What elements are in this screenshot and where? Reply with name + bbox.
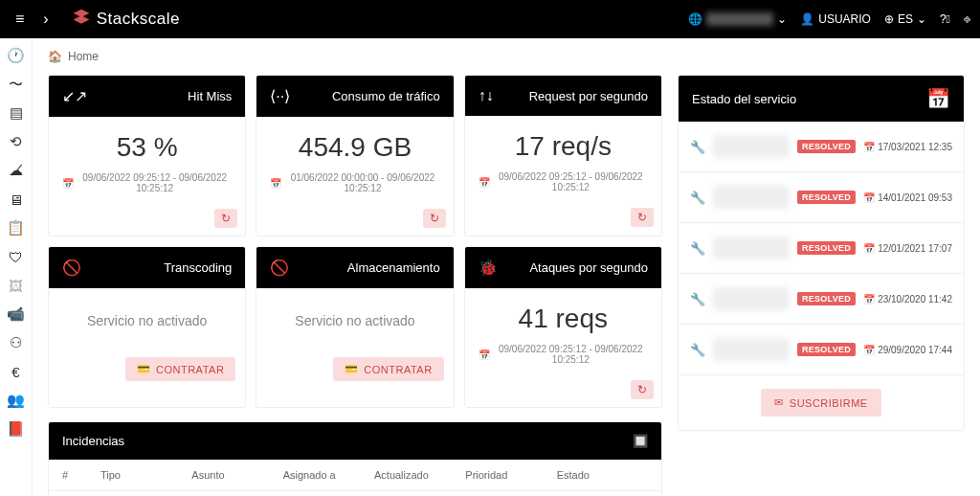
no-service-text: Servicio no activado bbox=[270, 313, 439, 328]
col-actualizado: Actualizado bbox=[374, 469, 465, 481]
sidebar-item-docs[interactable]: 📕 bbox=[7, 419, 26, 439]
status-text-blurred bbox=[713, 135, 790, 158]
sidebar-item-image[interactable]: 🖼 bbox=[7, 276, 26, 295]
col-estado: Estado bbox=[557, 469, 648, 481]
sidebar-item-clock[interactable]: 🕐 bbox=[7, 46, 26, 65]
status-date: 📅 29/09/2020 17:44 bbox=[863, 345, 952, 355]
lang-label: ES bbox=[898, 12, 913, 26]
card-range: 📅 09/06/2022 09:25:12 - 09/06/2022 10:25… bbox=[479, 171, 648, 192]
calendar-icon: 📅 bbox=[62, 178, 74, 189]
service-status-panel: Estado del servicio 📅 🔧 RESOLVED 📅 17/03… bbox=[678, 75, 965, 431]
bug-icon: 🐞 bbox=[479, 259, 498, 277]
sidebar-item-sync[interactable]: ⟲ bbox=[7, 132, 26, 151]
org-selector[interactable]: 🌐 ⌄ bbox=[688, 12, 787, 26]
breadcrumb: 🏠 Home bbox=[48, 50, 965, 63]
sidebar-item-server[interactable]: ▤ bbox=[7, 103, 26, 123]
status-item[interactable]: 🔧 RESOLVED 📅 17/03/2021 12:35 bbox=[679, 122, 964, 172]
chevron-down-icon: ⌄ bbox=[917, 12, 926, 26]
sidebar-item-users[interactable]: 👥 bbox=[7, 391, 26, 410]
globe-icon: ⊕ bbox=[884, 12, 894, 26]
card-value: 53 % bbox=[62, 132, 232, 163]
card-value: 17 req/s bbox=[479, 131, 648, 162]
refresh-button[interactable]: ↻ bbox=[423, 209, 446, 228]
status-text-blurred bbox=[713, 186, 790, 209]
status-text-blurred bbox=[713, 237, 790, 259]
breadcrumb-home[interactable]: Home bbox=[68, 50, 99, 63]
sidebar-item-analytics[interactable]: 〜 bbox=[7, 75, 26, 94]
incidencias-title: Incidencias bbox=[62, 434, 124, 448]
status-item[interactable]: 🔧 RESOLVED 📅 12/01/2021 17:07 bbox=[679, 223, 964, 274]
exit-icon: ⎆ bbox=[964, 12, 970, 26]
col-asignado: Asignado a bbox=[283, 469, 374, 481]
wrench-icon: 🔧 bbox=[690, 191, 705, 205]
prohibited-icon: 🚫 bbox=[270, 259, 289, 277]
calendar-icon: 📅 bbox=[270, 178, 281, 189]
resolved-badge: RESOLVED bbox=[797, 241, 856, 255]
col-prioridad: Prioridad bbox=[465, 469, 556, 481]
wrench-icon: 🔧 bbox=[690, 140, 705, 154]
calendar-icon: 📅 bbox=[479, 349, 490, 360]
mail-icon: ✉ bbox=[774, 396, 784, 409]
status-text-blurred bbox=[713, 287, 790, 310]
col-asunto: Asunto bbox=[191, 469, 282, 481]
sidebar-item-cloud-off[interactable]: ☁̸ bbox=[7, 161, 26, 180]
status-item[interactable]: 🔧 RESOLVED 📅 23/10/2020 11:42 bbox=[679, 274, 964, 325]
col-tipo: Tipo bbox=[100, 469, 191, 481]
incidencias-table-header: # Tipo Asunto Asignado a Actualizado Pri… bbox=[49, 460, 661, 491]
resolved-badge: RESOLVED bbox=[797, 140, 856, 153]
status-date: 📅 12/01/2021 17:07 bbox=[863, 243, 952, 254]
arrows-h-icon: ⟨∙∙⟩ bbox=[270, 87, 290, 105]
resolved-badge: RESOLVED bbox=[797, 191, 856, 204]
user-menu[interactable]: 👤 USUARIO bbox=[800, 12, 871, 26]
card-range: 📅 09/06/2022 09:25:12 - 09/06/2022 10:25… bbox=[62, 172, 232, 193]
card-range: 📅 01/06/2022 00:00:00 - 09/06/2022 10:25… bbox=[270, 172, 439, 193]
logout-button[interactable]: ⎆ bbox=[964, 12, 970, 26]
org-name-blurred bbox=[706, 12, 773, 26]
chevron-right-button[interactable]: › bbox=[37, 7, 54, 32]
refresh-button[interactable]: ↻ bbox=[214, 209, 237, 228]
user-icon: 👤 bbox=[800, 12, 814, 26]
card-title: Hit Miss bbox=[188, 89, 232, 103]
card-range: 📅 09/06/2022 09:25:12 - 09/06/2022 10:25… bbox=[479, 344, 648, 365]
card-icon: 💳 bbox=[345, 363, 359, 375]
card-storage: 🚫 Almacenamiento Servicio no activado 💳 … bbox=[256, 246, 454, 408]
resolved-badge: RESOLVED bbox=[797, 292, 856, 305]
topbar-right: 🌐 ⌄ 👤 USUARIO ⊕ ES ⌄ ?⃝ ⎆ bbox=[688, 12, 970, 26]
calendar-icon: 📅 bbox=[926, 87, 950, 110]
col-num: # bbox=[62, 469, 100, 481]
sidebar-item-billing[interactable]: € bbox=[7, 362, 26, 381]
card-title: Consumo de tráfico bbox=[332, 89, 440, 103]
card-transcoding: 🚫 Transcoding Servicio no activado 💳 CON… bbox=[48, 246, 246, 408]
sidebar-item-video[interactable]: 📹 bbox=[7, 304, 26, 324]
contract-button[interactable]: 💳 CONTRATAR bbox=[125, 357, 236, 381]
status-text-blurred bbox=[713, 338, 790, 361]
lang-selector[interactable]: ⊕ ES ⌄ bbox=[884, 12, 926, 26]
user-label: USUARIO bbox=[818, 12, 871, 26]
chevron-down-icon: ⌄ bbox=[777, 12, 787, 26]
refresh-button[interactable]: ↻ bbox=[631, 208, 654, 227]
card-value: 454.9 GB bbox=[270, 132, 439, 163]
wrench-icon: 🔧 bbox=[690, 241, 705, 256]
help-icon: ?⃝ bbox=[940, 12, 950, 26]
help-button[interactable]: ?⃝ bbox=[940, 12, 950, 26]
card-title: Almacenamiento bbox=[347, 260, 440, 275]
sidebar-item-shield[interactable]: 🛡 bbox=[7, 247, 26, 266]
card-title: Transcoding bbox=[164, 260, 232, 275]
refresh-button[interactable]: ↻ bbox=[631, 380, 654, 399]
status-date: 📅 17/03/2021 12:35 bbox=[863, 142, 952, 152]
subscribe-button[interactable]: ✉ SUSCRIBIRME bbox=[761, 389, 880, 417]
status-item[interactable]: 🔧 RESOLVED 📅 14/01/2021 09:53 bbox=[679, 172, 964, 223]
card-attacks: 🐞 Ataques por segundo 41 reqs 📅 09/06/20… bbox=[464, 246, 662, 408]
menu-toggle-button[interactable]: ≡ bbox=[10, 7, 30, 32]
sidebar-item-voicemail[interactable]: ⚇ bbox=[7, 333, 26, 352]
status-item[interactable]: 🔧 RESOLVED 📅 29/09/2020 17:44 bbox=[679, 325, 964, 375]
card-value: 41 reqs bbox=[479, 304, 648, 334]
home-icon: 🏠 bbox=[48, 50, 62, 63]
contract-button[interactable]: 💳 CONTRATAR bbox=[333, 357, 444, 381]
no-service-text: Servicio no activado bbox=[62, 313, 232, 328]
status-date: 📅 14/01/2021 09:53 bbox=[863, 192, 952, 203]
sidebar-item-display[interactable]: 🖥 bbox=[7, 190, 26, 209]
card-title: Ataques por segundo bbox=[529, 260, 648, 275]
sidebar-item-clipboard[interactable]: 📋 bbox=[7, 218, 26, 237]
brand-logo[interactable]: Stackscale bbox=[72, 8, 180, 32]
